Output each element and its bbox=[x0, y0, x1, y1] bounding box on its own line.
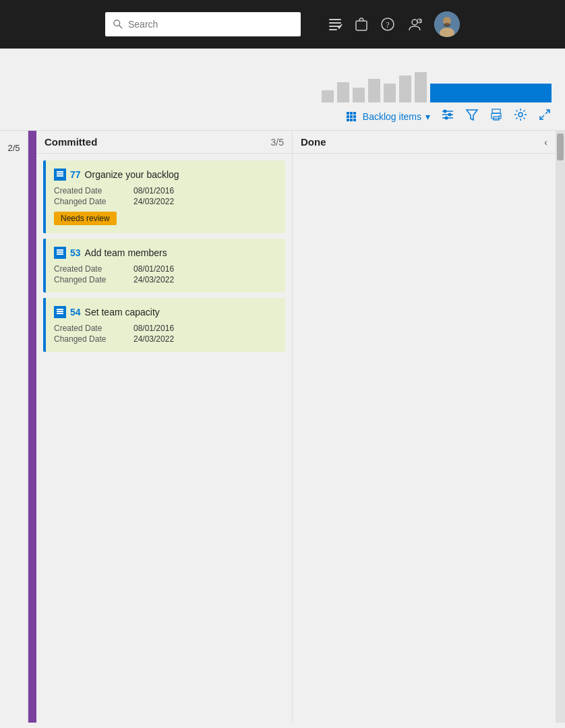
bag-icon[interactable] bbox=[355, 17, 368, 32]
svg-line-1 bbox=[119, 26, 122, 28]
scrollbar-thumb[interactable] bbox=[557, 133, 564, 160]
svg-rect-44 bbox=[57, 251, 63, 253]
done-header: Done ‹ bbox=[293, 131, 556, 154]
card-53[interactable]: 53 Add team members Created Date 08/01/2… bbox=[43, 239, 285, 293]
card-54-created-value: 08/01/2016 bbox=[133, 324, 277, 333]
scrollbar-track[interactable] bbox=[556, 131, 565, 723]
svg-rect-46 bbox=[57, 309, 63, 310]
card-77-header: 77 Organize your backlog bbox=[54, 169, 277, 181]
user-settings-icon[interactable]: ⚙ bbox=[407, 17, 422, 32]
col-left-partial: 2/5 bbox=[0, 131, 28, 723]
svg-rect-3 bbox=[329, 22, 341, 24]
svg-rect-41 bbox=[57, 173, 63, 175]
bar-5 bbox=[384, 84, 396, 102]
purple-strip bbox=[28, 131, 36, 723]
card-53-changed-value: 24/03/2022 bbox=[133, 275, 277, 284]
svg-rect-47 bbox=[57, 311, 63, 312]
svg-rect-40 bbox=[57, 171, 63, 173]
filter-sliders-icon[interactable] bbox=[441, 108, 454, 125]
svg-text:⚙: ⚙ bbox=[419, 18, 423, 24]
svg-rect-23 bbox=[347, 119, 349, 121]
bar-7 bbox=[415, 72, 427, 102]
svg-rect-22 bbox=[353, 115, 356, 118]
svg-point-9 bbox=[412, 20, 417, 25]
checklist-icon[interactable] bbox=[328, 17, 343, 32]
card-77-title: Organize your backlog bbox=[85, 169, 179, 180]
col-committed: Committed 3/5 77 Organize your backlog C… bbox=[36, 131, 293, 723]
svg-rect-33 bbox=[492, 109, 500, 113]
svg-rect-17 bbox=[347, 112, 349, 115]
svg-rect-43 bbox=[57, 249, 63, 251]
svg-rect-5 bbox=[329, 29, 337, 30]
svg-text:?: ? bbox=[386, 20, 390, 30]
avatar[interactable] bbox=[434, 11, 460, 37]
backlog-label: Backlog items bbox=[363, 111, 421, 122]
committed-header: Committed 3/5 bbox=[36, 131, 292, 154]
svg-rect-20 bbox=[347, 115, 349, 118]
card-53-id: 53 bbox=[70, 247, 81, 258]
svg-rect-19 bbox=[353, 112, 356, 115]
grid-icon bbox=[347, 112, 359, 121]
svg-rect-48 bbox=[57, 313, 63, 314]
card-77-changed-label: Changed Date bbox=[54, 197, 128, 206]
expand-icon[interactable] bbox=[538, 108, 552, 125]
bar-3 bbox=[353, 88, 365, 102]
chart-bars bbox=[322, 72, 552, 102]
svg-rect-42 bbox=[57, 175, 63, 177]
toolbar: Backlog items ▾ bbox=[0, 102, 565, 131]
committed-title: Committed bbox=[44, 136, 97, 148]
card-77-meta: Created Date 08/01/2016 Changed Date 24/… bbox=[54, 186, 277, 206]
done-title: Done bbox=[301, 136, 326, 148]
funnel-icon[interactable] bbox=[465, 108, 479, 125]
svg-point-29 bbox=[444, 110, 447, 113]
chevron-down-icon: ▾ bbox=[425, 111, 430, 122]
done-body bbox=[293, 154, 556, 723]
topbar-icons: ? ⚙ bbox=[328, 11, 460, 37]
bar-2 bbox=[337, 82, 349, 102]
search-input[interactable] bbox=[128, 19, 293, 30]
card-54-icon bbox=[54, 306, 66, 318]
svg-point-37 bbox=[518, 113, 523, 117]
card-77-icon bbox=[54, 169, 66, 181]
card-54-title: Set team capacity bbox=[85, 307, 160, 317]
help-icon[interactable]: ? bbox=[380, 17, 395, 32]
card-53-title: Add team members bbox=[85, 247, 167, 258]
card-77-created-label: Created Date bbox=[54, 186, 128, 195]
card-54-meta: Created Date 08/01/2016 Changed Date 24/… bbox=[54, 324, 277, 344]
card-54-id: 54 bbox=[70, 307, 81, 317]
svg-line-38 bbox=[545, 110, 549, 114]
card-54-created-label: Created Date bbox=[54, 324, 128, 333]
svg-point-16 bbox=[444, 23, 450, 27]
cards-container: 77 Organize your backlog Created Date 08… bbox=[36, 154, 292, 723]
search-icon bbox=[113, 20, 123, 29]
bar-blue bbox=[430, 84, 552, 102]
svg-rect-2 bbox=[329, 19, 341, 20]
svg-rect-25 bbox=[353, 119, 356, 121]
card-53-header: 53 Add team members bbox=[54, 247, 277, 259]
card-54-changed-label: Changed Date bbox=[54, 334, 128, 344]
topbar: ? ⚙ bbox=[0, 0, 565, 49]
card-54-changed-value: 24/03/2022 bbox=[133, 334, 277, 344]
card-77[interactable]: 77 Organize your backlog Created Date 08… bbox=[43, 160, 285, 233]
backlog-dropdown[interactable]: Backlog items ▾ bbox=[347, 111, 430, 122]
svg-rect-18 bbox=[350, 112, 353, 115]
card-53-changed-label: Changed Date bbox=[54, 275, 128, 284]
svg-rect-4 bbox=[329, 26, 341, 27]
svg-rect-24 bbox=[350, 119, 353, 121]
card-53-created-label: Created Date bbox=[54, 264, 128, 274]
svg-rect-6 bbox=[356, 21, 367, 30]
card-54[interactable]: 54 Set team capacity Created Date 08/01/… bbox=[43, 298, 285, 352]
print-icon[interactable] bbox=[489, 108, 503, 125]
collapse-icon[interactable]: ‹ bbox=[544, 137, 547, 148]
left-counter: 2/5 bbox=[7, 143, 20, 153]
svg-rect-45 bbox=[57, 253, 63, 255]
bar-1 bbox=[322, 90, 334, 102]
bar-4 bbox=[368, 79, 380, 102]
card-53-created-value: 08/01/2016 bbox=[133, 264, 277, 274]
card-77-id: 77 bbox=[70, 169, 81, 180]
settings-icon[interactable] bbox=[514, 108, 527, 125]
card-54-header: 54 Set team capacity bbox=[54, 306, 277, 318]
svg-point-31 bbox=[445, 117, 448, 120]
search-box[interactable] bbox=[105, 12, 301, 36]
svg-rect-21 bbox=[350, 115, 353, 118]
